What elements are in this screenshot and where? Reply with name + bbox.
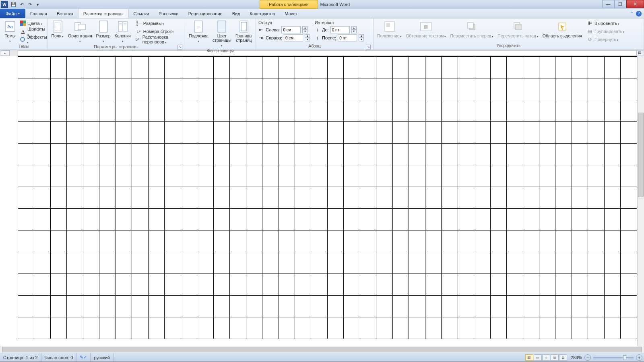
indent-right-input[interactable]: 0 см: [284, 34, 303, 41]
svg-rect-28: [516, 24, 521, 30]
status-language[interactable]: русский: [91, 353, 113, 362]
tab-page-layout[interactable]: Разметка страницы: [78, 9, 129, 18]
view-web-layout[interactable]: ≡: [542, 354, 550, 361]
send-backward-button[interactable]: Переместить назад: [495, 19, 541, 39]
page-color-icon: [215, 20, 228, 33]
page-color-button[interactable]: Цвет страницы: [211, 19, 233, 49]
spacing-before-input[interactable]: 0 пт: [330, 26, 350, 33]
svg-rect-24: [386, 23, 390, 27]
forward-icon: [465, 20, 478, 33]
theme-effects-button[interactable]: Эффекты: [19, 35, 49, 43]
tab-table-design[interactable]: Конструктор: [245, 9, 280, 18]
margins-button[interactable]: Поля: [49, 19, 66, 39]
group-arrange-label: Упорядочить: [375, 43, 642, 49]
tab-references[interactable]: Ссылки: [129, 9, 154, 18]
zoom-slider-thumb[interactable]: [623, 355, 626, 360]
rotate-button[interactable]: ⟳Повернуть: [586, 35, 626, 43]
theme-colors-button[interactable]: Цвета: [19, 19, 49, 27]
indent-right-icon: ⇥: [258, 35, 264, 41]
svg-rect-20: [218, 21, 226, 32]
size-button[interactable]: Размер: [94, 19, 113, 44]
view-draft[interactable]: ≣: [559, 354, 567, 361]
undo-button[interactable]: ↶: [19, 1, 25, 8]
watermark-button[interactable]: AПодложка: [187, 19, 211, 44]
indent-left-input[interactable]: 0 см: [281, 26, 301, 33]
zoom-out-button[interactable]: −: [584, 354, 591, 361]
status-proofing[interactable]: ✎✓: [76, 353, 91, 362]
orientation-button[interactable]: Ориентация: [66, 19, 94, 44]
minimize-button[interactable]: —: [602, 0, 614, 8]
document-table[interactable]: [18, 56, 637, 339]
colors-icon: [20, 20, 26, 27]
indent-left-up[interactable]: ▲: [302, 26, 308, 30]
status-word-count[interactable]: Число слов: 0: [41, 353, 77, 362]
close-button[interactable]: ✕: [626, 0, 644, 8]
vscroll-thumb[interactable]: [638, 113, 644, 197]
svg-rect-3: [23, 21, 26, 23]
spacing-before-up[interactable]: ▲: [351, 26, 357, 30]
columns-button[interactable]: Колонки: [113, 19, 133, 44]
spacing-before-down[interactable]: ▼: [351, 30, 357, 33]
position-button[interactable]: Положение: [375, 19, 404, 39]
tab-view[interactable]: Вид: [227, 9, 245, 18]
selection-pane-button[interactable]: Область выделения: [541, 19, 584, 39]
status-page[interactable]: Страница: 1 из 2: [0, 353, 41, 362]
tab-selector[interactable]: ⌐: [1, 50, 10, 56]
paragraph-launcher[interactable]: ↘: [366, 45, 371, 49]
tab-table-layout[interactable]: Макет: [280, 9, 302, 18]
wrap-text-button[interactable]: ▦Обтекание текстом: [404, 19, 448, 39]
spacing-after-up[interactable]: ▲: [359, 34, 364, 38]
group-button[interactable]: ⊞Группировать: [586, 27, 626, 35]
align-button[interactable]: ⊫Выровнять: [586, 19, 626, 27]
horizontal-scrollbar[interactable]: [0, 346, 644, 353]
vertical-scrollbar[interactable]: [637, 56, 644, 346]
zoom-slider[interactable]: [593, 357, 634, 358]
view-print-layout[interactable]: ▦: [525, 354, 533, 361]
save-button[interactable]: 💾: [10, 1, 17, 8]
page-borders-button[interactable]: Границы страниц: [233, 19, 254, 43]
orientation-icon: [74, 20, 87, 33]
indent-left-label: Слева:: [266, 27, 280, 32]
hyphenation-button[interactable]: bᵃ⁻Расстановка переносов: [134, 35, 183, 43]
pagesetup-launcher[interactable]: ↘: [178, 45, 182, 49]
qat-customize[interactable]: ▾: [35, 1, 41, 8]
help-button[interactable]: ?: [636, 11, 642, 16]
tab-review[interactable]: Рецензирование: [184, 9, 227, 18]
svg-rect-10: [78, 24, 85, 30]
size-icon: [97, 20, 110, 33]
tab-file[interactable]: Файл: [0, 9, 25, 18]
svg-rect-4: [20, 23, 23, 26]
indent-left-down[interactable]: ▼: [302, 30, 308, 33]
svg-point-6: [21, 37, 25, 41]
spacing-after-input[interactable]: 0 пт: [338, 34, 357, 41]
view-outline[interactable]: ☰: [551, 354, 559, 361]
spacing-after-down[interactable]: ▼: [359, 38, 364, 41]
group-pagebg-label: Фон страницы: [187, 49, 254, 53]
bring-forward-button[interactable]: Переместить вперед: [448, 19, 495, 39]
zoom-in-button[interactable]: +: [636, 354, 642, 361]
zoom-level[interactable]: 284%: [571, 355, 582, 360]
svg-rect-2: [20, 21, 23, 23]
tab-home[interactable]: Главная: [25, 9, 52, 18]
group-themes-label: Темы: [2, 44, 45, 49]
word-app-icon: W: [1, 1, 8, 8]
group-pagesetup-label: Параметры страницы↘: [49, 44, 183, 49]
tab-mailings[interactable]: Рассылки: [154, 9, 183, 18]
maximize-button[interactable]: ☐: [614, 0, 626, 8]
redo-button[interactable]: ↷: [27, 1, 33, 8]
breaks-button[interactable]: ┋═Разрывы: [134, 19, 183, 27]
collapse-ribbon-button[interactable]: ⌃: [630, 11, 634, 16]
indent-right-down[interactable]: ▼: [305, 38, 310, 41]
spacing-after-icon: ↕: [314, 35, 320, 41]
indent-right-up[interactable]: ▲: [305, 34, 310, 38]
themes-button[interactable]: Aa Темы: [2, 19, 19, 44]
hscroll-thumb[interactable]: [2, 347, 642, 352]
selection-icon: [556, 20, 569, 33]
horizontal-ruler[interactable]: [18, 50, 636, 56]
view-full-screen[interactable]: ▭: [534, 354, 542, 361]
tab-insert[interactable]: Вставка: [52, 9, 78, 18]
svg-rect-5: [23, 23, 26, 26]
theme-fonts-button[interactable]: AШрифты: [19, 27, 49, 35]
ruler-toggle[interactable]: ▤: [636, 50, 643, 56]
line-numbers-button[interactable]: 1≡Номера строк: [134, 27, 183, 35]
